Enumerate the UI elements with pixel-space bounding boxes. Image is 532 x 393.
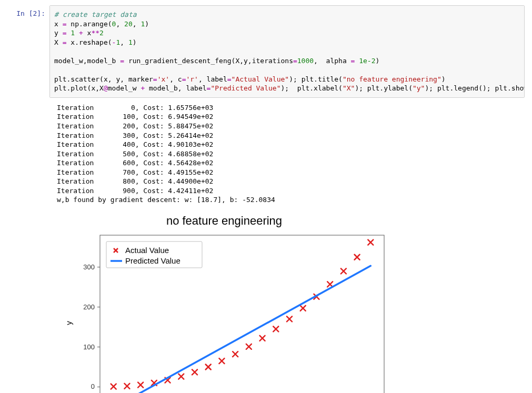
chart-output: no feature engineering 0.02.55.07.510.01… <box>57 214 525 393</box>
svg-text:Predicted Value: Predicted Value <box>125 256 180 265</box>
stdout-text: Iteration 0, Cost: 1.65756e+03 Iteration… <box>57 103 525 205</box>
svg-text:300: 300 <box>83 263 95 271</box>
chart-figure: 0.02.55.07.510.012.515.017.50100200300Xy… <box>57 230 394 393</box>
cell-prompt: In [2]: <box>7 5 45 17</box>
chart-title: no feature engineering <box>82 214 366 228</box>
svg-text:100: 100 <box>83 342 95 350</box>
svg-text:Actual Value: Actual Value <box>125 246 169 255</box>
code-source: # create target data x = np.arange(0, 20… <box>54 10 520 93</box>
svg-text:y: y <box>64 321 73 325</box>
svg-text:0: 0 <box>91 382 95 390</box>
svg-text:200: 200 <box>83 303 95 311</box>
code-input[interactable]: # create target data x = np.arange(0, 20… <box>49 5 525 98</box>
code-cell: In [2]: # create target data x = np.aran… <box>7 5 525 98</box>
cell-output: Iteration 0, Cost: 1.65756e+03 Iteration… <box>57 103 525 205</box>
